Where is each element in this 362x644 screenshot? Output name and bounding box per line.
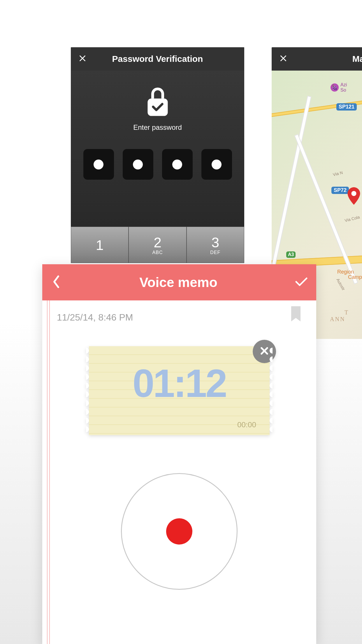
close-icon <box>279 54 287 64</box>
poi-label: AziSo <box>340 82 347 92</box>
close-button[interactable] <box>77 53 88 65</box>
lock-wrap: Enter password <box>71 87 244 132</box>
grape-icon: 🍇 <box>331 83 339 92</box>
street-label: Autostr <box>335 278 346 291</box>
keypad-digit: 2 <box>154 235 161 251</box>
dot-icon <box>133 160 143 169</box>
keypad-digit: 1 <box>96 237 104 253</box>
password-header: Password Verification <box>71 47 244 71</box>
password-prompt: Enter password <box>71 123 244 132</box>
map-header: Ma <box>272 47 362 71</box>
elapsed-time: 01:12 <box>89 361 270 406</box>
margin-line <box>47 300 48 644</box>
voice-memo-body: 11/25/14, 8:46 PM 01:12 00:00 <box>42 300 316 644</box>
keypad-letters: DEF <box>210 250 220 255</box>
close-button[interactable] <box>277 53 289 65</box>
street-label: Via N <box>333 170 343 177</box>
road-label-sp72: SP72 <box>331 187 349 194</box>
memo-datetime: 11/25/14, 8:46 PM <box>57 312 302 323</box>
poi-label: Campa <box>348 274 362 280</box>
lock-check-icon <box>143 87 172 120</box>
chevron-left-icon <box>52 275 60 290</box>
close-icon <box>259 346 269 357</box>
password-digit-2[interactable] <box>123 149 153 180</box>
password-verification-panel: Password Verification Enter password 1 2… <box>71 47 244 263</box>
margin-line <box>49 300 50 644</box>
close-icon <box>78 54 87 64</box>
keypad-digit: 3 <box>211 235 219 251</box>
bookmark-icon <box>290 318 302 323</box>
back-button[interactable] <box>49 273 63 292</box>
record-button[interactable] <box>121 473 238 590</box>
keypad-key-1[interactable]: 1 <box>71 227 129 263</box>
bookmark-button[interactable] <box>290 306 302 324</box>
keypad-key-3[interactable]: 3 DEF <box>187 227 244 263</box>
password-dots <box>71 149 244 180</box>
poi-winery[interactable]: 🍇 AziSo <box>331 82 347 92</box>
password-title: Password Verification <box>88 54 227 64</box>
time-ticket: 01:12 00:00 <box>89 346 270 435</box>
password-digit-1[interactable] <box>83 149 114 180</box>
dot-icon <box>94 160 103 169</box>
map-pin-icon[interactable] <box>347 187 360 206</box>
keypad: 1 2 ABC 3 DEF <box>71 227 244 263</box>
record-icon <box>166 518 192 545</box>
voice-memo-title: Voice memo <box>63 274 294 290</box>
confirm-button[interactable] <box>294 274 309 290</box>
keypad-key-2[interactable]: 2 ABC <box>129 227 186 263</box>
dot-icon <box>212 160 222 169</box>
road-label-a3: A3 <box>286 251 296 258</box>
svg-point-1 <box>351 191 356 196</box>
map-title: Ma <box>289 54 362 64</box>
password-digit-4[interactable] <box>201 149 232 180</box>
street-label: Via Cola <box>344 215 360 223</box>
voice-memo-header: Voice memo <box>42 264 316 300</box>
dot-icon <box>172 160 182 169</box>
keypad-letters: ABC <box>152 250 163 255</box>
password-digit-3[interactable] <box>162 149 193 180</box>
road-label-sp121: SP121 <box>336 103 357 111</box>
voice-memo-panel: Voice memo 11/25/14, 8:46 PM 01:12 00:00 <box>42 264 316 644</box>
check-icon <box>295 276 308 288</box>
map-area-label: T ANN <box>330 309 349 323</box>
sub-time: 00:00 <box>237 420 256 429</box>
delete-recording-button[interactable] <box>253 340 276 363</box>
